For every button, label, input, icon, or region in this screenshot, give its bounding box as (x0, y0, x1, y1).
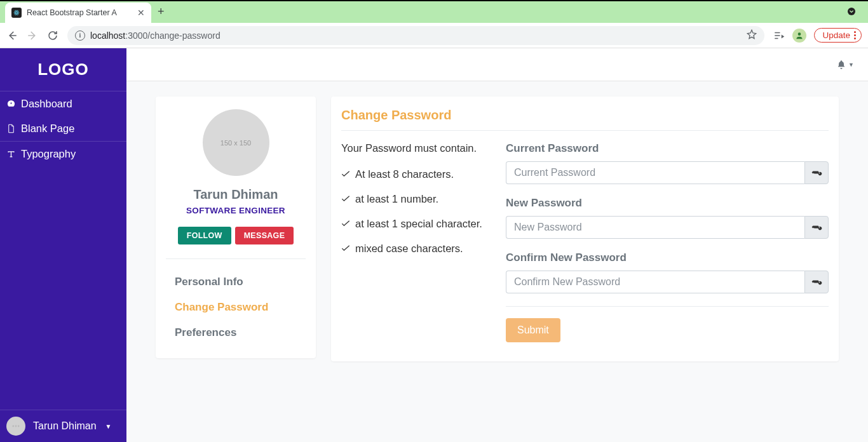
key-icon[interactable] (804, 161, 829, 184)
reload-icon[interactable] (47, 30, 58, 41)
check-icon (341, 245, 350, 252)
submit-button[interactable]: Submit (506, 318, 560, 342)
current-password-group (506, 161, 829, 184)
rule-item: mixed case characters. (341, 243, 491, 255)
sidebar-item-dashboard[interactable]: Dashboard (0, 91, 126, 116)
rule-item: At least 8 characters. (341, 168, 491, 180)
change-password-card: Change Password Your Password must conta… (331, 97, 839, 361)
menu-dots-icon (854, 31, 856, 39)
typography-icon (6, 149, 16, 159)
rule-text: mixed case characters. (355, 243, 463, 255)
svg-point-0 (16, 12, 17, 13)
message-button[interactable]: MESSAGE (235, 227, 294, 244)
svg-point-11 (18, 425, 20, 427)
tab-strip: React Bootstrap Starter A ✕ + (0, 0, 868, 23)
follow-button[interactable]: FOLLOW (178, 227, 231, 244)
svg-rect-6 (775, 35, 780, 36)
window-control-icon[interactable] (845, 5, 858, 18)
tab-title: React Bootstrap Starter A (27, 8, 132, 17)
sidebar-item-label: Blank Page (21, 123, 74, 135)
chevron-down-icon: ▼ (848, 62, 854, 68)
profile-nav-change-password[interactable]: Change Password (166, 295, 306, 320)
profile-card: 150 x 150 Tarun Dhiman SOFTWARE ENGINEER… (156, 97, 316, 358)
profile-avatar: 150 x 150 (203, 109, 269, 176)
update-label: Update (822, 30, 850, 40)
password-form: Current Password New Password (506, 142, 829, 342)
key-icon[interactable] (804, 216, 829, 239)
site-info-icon[interactable]: i (75, 30, 85, 41)
main-area: ▼ 150 x 150 Tarun Dhiman SOFTWARE ENGINE… (126, 48, 868, 442)
sidebar-item-blank-page[interactable]: Blank Page (0, 116, 126, 141)
profile-nav-personal-info[interactable]: Personal Info (166, 269, 306, 295)
update-button[interactable]: Update (814, 28, 862, 43)
content: 150 x 150 Tarun Dhiman SOFTWARE ENGINEER… (126, 81, 868, 442)
sidebar-user-menu[interactable]: Tarun Dhiman ▼ (0, 410, 126, 442)
forward-icon (27, 30, 38, 41)
current-password-input[interactable] (506, 161, 804, 184)
new-password-label: New Password (506, 197, 829, 210)
bell-icon (836, 60, 846, 70)
tab-close-icon[interactable]: ✕ (137, 8, 145, 18)
card-title: Change Password (341, 108, 829, 131)
profile-name: Tarun Dhiman (166, 187, 306, 202)
url-text: localhost:3000/change-password (90, 30, 220, 41)
notifications-menu[interactable]: ▼ (836, 60, 854, 70)
rules-intro: Your Password must contain. (341, 142, 491, 154)
sidebar: LOGO Dashboard Blank Page Typography Tar… (0, 48, 126, 442)
chevron-down-icon: ▼ (105, 423, 112, 430)
rule-text: At least 8 characters. (355, 168, 454, 180)
profile-icon[interactable] (792, 29, 806, 43)
rule-text: at least 1 special character. (355, 218, 482, 230)
check-icon (341, 196, 350, 203)
svg-rect-5 (775, 32, 780, 33)
svg-rect-7 (775, 37, 778, 39)
key-icon[interactable] (804, 271, 829, 293)
page-icon (6, 124, 16, 133)
check-icon (341, 171, 350, 178)
password-rules: Your Password must contain. At least 8 c… (341, 142, 491, 342)
logo[interactable]: LOGO (0, 48, 126, 91)
svg-point-8 (798, 32, 801, 36)
confirm-password-label: Confirm New Password (506, 251, 829, 264)
sidebar-user-name: Tarun Dhiman (33, 420, 97, 432)
new-tab-button[interactable]: + (158, 5, 165, 18)
user-avatar-icon (6, 417, 25, 436)
confirm-password-input[interactable] (506, 271, 804, 293)
back-icon[interactable] (6, 30, 18, 41)
profile-role: SOFTWARE ENGINEER (166, 206, 306, 215)
sidebar-item-label: Dashboard (21, 98, 72, 110)
address-bar[interactable]: i localhost:3000/change-password (67, 26, 764, 45)
topbar: ▼ (126, 48, 868, 81)
rule-item: at least 1 special character. (341, 218, 491, 230)
favicon-icon (11, 8, 22, 18)
svg-point-9 (12, 425, 14, 427)
svg-point-4 (848, 8, 855, 15)
new-password-group (506, 216, 829, 239)
check-icon (341, 220, 350, 227)
dashboard-icon (6, 99, 16, 109)
profile-nav-preferences[interactable]: Preferences (166, 320, 306, 345)
app-root: LOGO Dashboard Blank Page Typography Tar… (0, 48, 868, 442)
media-control-icon[interactable] (773, 30, 785, 41)
rule-text: at least 1 number. (355, 193, 438, 205)
new-password-input[interactable] (506, 216, 804, 239)
confirm-password-group (506, 271, 829, 293)
current-password-label: Current Password (506, 142, 829, 155)
sidebar-item-typography[interactable]: Typography (0, 142, 126, 166)
browser-toolbar: i localhost:3000/change-password Update (0, 23, 868, 48)
browser-chrome: React Bootstrap Starter A ✕ + i localhos… (0, 0, 868, 48)
rule-item: at least 1 number. (341, 193, 491, 205)
browser-tab[interactable]: React Bootstrap Starter A ✕ (5, 3, 151, 23)
svg-point-10 (15, 425, 17, 427)
sidebar-item-label: Typography (21, 148, 76, 160)
bookmark-icon[interactable] (747, 29, 757, 42)
